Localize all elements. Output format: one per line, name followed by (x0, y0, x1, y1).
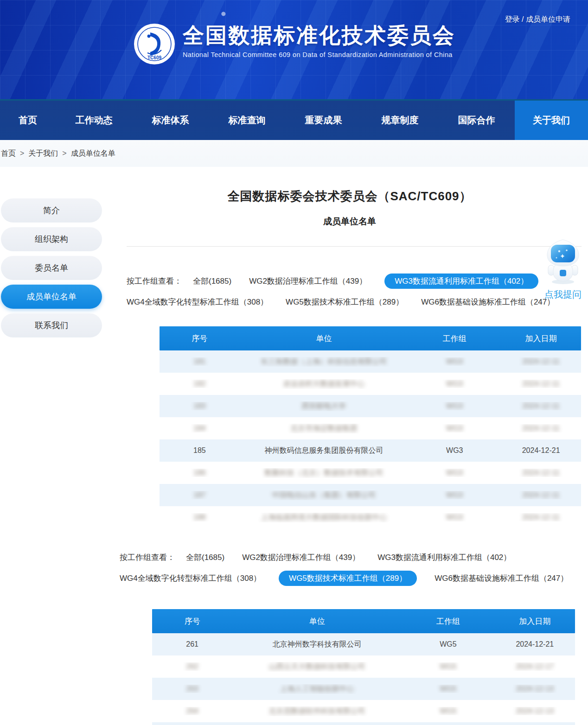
breadcrumb-separator: > (62, 149, 66, 158)
filter-group-label: 按工作组查看： (127, 276, 182, 286)
filter-option[interactable]: WG2数据治理标准工作组（439） (242, 550, 360, 565)
filter-option[interactable]: WG5数据技术标准工作组（289） (279, 571, 417, 586)
assistant-widget[interactable]: 点我提问 (541, 239, 585, 301)
cell-unit: 神州数码信息服务集团股份有限公司 (240, 446, 409, 456)
filter-option[interactable]: WG4全域数字化转型标准工作组（308） (120, 571, 261, 586)
table-row[interactable]: 184北京市海淀数据集团WG32024-12-11 (160, 417, 581, 439)
cell-unit: 北京神州数字科技有限公司 (232, 640, 402, 649)
member-table-wg5: 序号单位工作组加入日期261北京神州数字科技有限公司WG52024-12-212… (152, 609, 575, 725)
table-row[interactable]: 181长三角数据（上海）科技信息有限公司WG32024-12-11 (160, 350, 581, 373)
robot-assistant-icon[interactable] (543, 239, 582, 285)
column-header: 工作组 (408, 333, 501, 344)
cell-unit: 北京市海淀数据集团 (240, 424, 409, 433)
cell-unit: 山西云天大数据科技有限公司 (232, 662, 402, 672)
cell-seq: 262 (152, 662, 232, 671)
table-row[interactable]: 187中国电信山东（集团）有限公司WG32024-12-11 (160, 484, 581, 506)
nav-item-4[interactable]: 重要成果 (285, 101, 362, 140)
cell-workgroup: WG5 (402, 640, 495, 649)
nav-item-6[interactable]: 国际合作 (438, 101, 515, 140)
cell-unit: 西安邮电大学 (240, 401, 409, 411)
cell-join-date: 2024-12-21 (495, 640, 575, 649)
cell-workgroup: WG3 (408, 402, 501, 410)
cell-join-date: 2024-12-11 (501, 402, 581, 410)
nav-item-7[interactable]: 关于我们 (515, 101, 588, 140)
cell-unit: 长三角数据（上海）科技信息有限公司 (240, 357, 409, 367)
nav-item-3[interactable]: 标准查询 (209, 101, 285, 140)
cell-join-date: 2024-12-11 (501, 357, 581, 366)
table-row[interactable]: 262山西云天大数据科技有限公司WG52024-12-17 (152, 655, 575, 678)
breadcrumb-separator: > (20, 149, 24, 158)
cell-unit: 上海人工智能创新中心 (232, 684, 402, 694)
sidebar: 简介组织架构委员名单成员单位名单联系我们 (1, 198, 102, 342)
column-header: 单位 (240, 333, 409, 344)
site-title: 全国数据标准化技术委员会 (183, 23, 455, 48)
breadcrumb-item[interactable]: 关于我们 (28, 149, 58, 159)
cell-join-date: 2024-12-11 (501, 469, 581, 477)
filter-option[interactable]: WG6数据基础设施标准工作组（247） (435, 571, 568, 586)
table-row[interactable]: 188上海临港跨境大数据国际科技创新中心WG32024-12-11 (160, 506, 581, 528)
cell-seq: 185 (160, 446, 240, 455)
filter-option[interactable]: WG3数据流通利用标准工作组（402） (384, 273, 538, 289)
cell-seq: 264 (152, 707, 232, 715)
assistant-label[interactable]: 点我提问 (541, 288, 585, 301)
cell-seq: 186 (160, 469, 240, 477)
cell-seq: 263 (152, 685, 232, 693)
cell-seq: 184 (160, 424, 240, 432)
logo-abbr: TC609 (147, 55, 161, 60)
filter-option[interactable]: WG2数据治理标准工作组（439） (249, 273, 367, 289)
sidebar-item-4[interactable]: 联系我们 (1, 313, 102, 337)
column-header: 工作组 (402, 616, 495, 627)
table-row[interactable]: 183西安邮电大学WG32024-12-11 (160, 395, 581, 417)
cell-workgroup: WG5 (402, 685, 495, 693)
filter-option[interactable]: 全部(1685) (186, 550, 224, 565)
cell-workgroup: WG3 (408, 446, 501, 455)
nav-item-1[interactable]: 工作动态 (56, 101, 132, 140)
cell-unit: 中国电信山东（集团）有限公司 (240, 490, 409, 500)
sidebar-item-2[interactable]: 委员名单 (1, 256, 102, 280)
cell-join-date: 2024-12-11 (501, 491, 581, 499)
table-row[interactable]: 264北京思数据软件科技有限公司WG52024-12-13 (152, 700, 575, 722)
column-header: 序号 (160, 333, 240, 344)
sidebar-item-3[interactable]: 成员单位名单 (1, 285, 102, 309)
cell-join-date: 2024-12-11 (501, 380, 581, 388)
sidebar-item-0[interactable]: 简介 (1, 198, 102, 223)
table-row[interactable]: 185神州数码信息服务集团股份有限公司WG32024-12-21 (160, 439, 581, 462)
nav-item-5[interactable]: 规章制度 (362, 101, 438, 140)
cell-seq: 187 (160, 491, 240, 499)
filter-option[interactable]: WG4全域数字化转型标准工作组（308） (127, 294, 268, 310)
cell-seq: 182 (160, 380, 240, 388)
cell-join-date: 2024-12-11 (501, 424, 581, 432)
cell-workgroup: WG3 (408, 513, 501, 521)
filter-option[interactable]: WG6数据基础设施标准工作组（247） (421, 294, 555, 310)
cell-seq: 183 (160, 402, 240, 410)
breadcrumb-item[interactable]: 成员单位名单 (71, 149, 115, 159)
cell-join-date: 2024-12-11 (501, 513, 581, 521)
cell-join-date: 2024-12-17 (495, 662, 575, 671)
filter-option[interactable]: 全部(1685) (193, 273, 231, 289)
breadcrumb-item[interactable]: 首页 (1, 149, 16, 159)
content: 简介组织架构委员名单成员单位名单联系我们 全国数据标委会技术委员会（SAC/TC… (0, 188, 588, 725)
cell-unit: 北京思数据软件科技有限公司 (232, 706, 402, 716)
cell-unit: 数聚科技（北京）数据技术有限公司 (240, 468, 409, 478)
table-row[interactable]: 263上海人工智能创新中心WG52024-12-13 (152, 678, 575, 700)
cell-workgroup: WG3 (408, 491, 501, 499)
filter-group-wg5: 按工作组查看：全部(1685)WG2数据治理标准工作组（439）WG3数据流通利… (111, 550, 588, 586)
table-row[interactable]: 261北京神州数字科技有限公司WG52024-12-21 (152, 633, 575, 655)
main-panel: 全国数据标委会技术委员会（SAC/TC609） 成员单位名单 按工作组查看：全部… (111, 188, 588, 725)
login-and-apply-links[interactable]: 登录 / 成员单位申请 (505, 15, 570, 25)
table-row[interactable]: 265数智研究科技有限公司WG52024-12-21 (152, 722, 575, 725)
filter-option[interactable]: WG5数据技术标准工作组（289） (286, 294, 403, 310)
filter-option[interactable]: WG3数据流通利用标准工作组（402） (377, 550, 511, 565)
cell-workgroup: WG3 (408, 380, 501, 388)
nav-item-0[interactable]: 首页 (0, 101, 56, 140)
table-header-row: 序号单位工作组加入日期 (160, 326, 581, 350)
cell-workgroup: WG5 (402, 662, 495, 671)
cell-join-date: 2024-12-13 (495, 707, 575, 715)
sidebar-item-1[interactable]: 组织架构 (1, 227, 102, 251)
column-header: 序号 (152, 616, 232, 627)
table-header-row: 序号单位工作组加入日期 (152, 609, 575, 633)
table-row[interactable]: 186数聚科技（北京）数据技术有限公司WG32024-12-11 (160, 462, 581, 484)
table-row[interactable]: 182农业农村大数据发展中心WG32024-12-11 (160, 373, 581, 395)
page: 登录 / 成员单位申请 TC609 全国数据标准化技术委员会 National … (0, 0, 588, 725)
nav-item-2[interactable]: 标准体系 (132, 101, 209, 140)
